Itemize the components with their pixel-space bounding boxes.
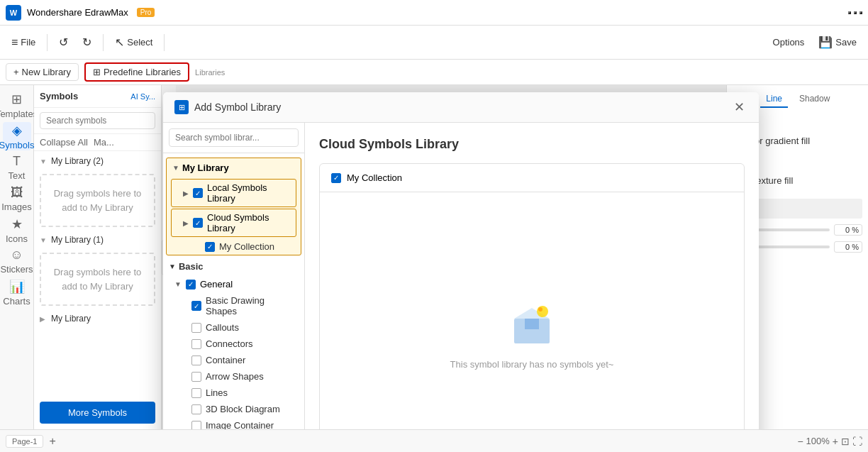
collapse-all-btn[interactable]: Collapse All: [40, 137, 88, 148]
file-menu-btn[interactable]: ≡ File: [6, 33, 41, 52]
search-input[interactable]: [40, 112, 155, 129]
redo-btn[interactable]: ↻: [77, 33, 97, 52]
toolbar-sep-3: [164, 34, 165, 51]
dialog-search-input[interactable]: [169, 128, 299, 147]
chevron-down-icon: ▼: [40, 158, 48, 165]
fit-page-btn[interactable]: ⊡: [841, 436, 850, 447]
tab-shadow[interactable]: Shadow: [794, 91, 835, 108]
zoom-out-btn[interactable]: −: [797, 436, 803, 447]
undo-btn[interactable]: ↺: [53, 33, 74, 52]
sidebar-item-templates[interactable]: ⊞ Templates: [3, 91, 31, 119]
svg-rect-2: [525, 319, 539, 329]
predefine-icon: ⊞: [93, 67, 101, 77]
general-item[interactable]: ▼ ✓ General: [163, 276, 304, 292]
callouts-checkbox[interactable]: [191, 323, 201, 333]
arrow-shapes-checkbox[interactable]: [191, 372, 201, 382]
lines-label: Lines: [206, 387, 228, 398]
sidebar-item-text[interactable]: T Text: [3, 153, 31, 182]
basic-drawing-item[interactable]: ✓ Basic Drawing Shapes: [163, 292, 304, 319]
my-collection-header-checkbox[interactable]: ✓: [331, 173, 341, 183]
my-collection-checkbox[interactable]: ✓: [205, 242, 215, 252]
page-bar: Page-1 + − 100% + ⊡ ⛶: [0, 429, 868, 452]
libraries-bar: + New Library ⊞ Predefine Libraries Libr…: [0, 60, 868, 85]
chevron-down-icon-4: ▼: [169, 263, 176, 270]
window-controls[interactable]: [848, 11, 862, 14]
cloud-content: ✓ My Collection This symbol library has: [319, 163, 745, 429]
dialog-close-btn[interactable]: ✕: [731, 99, 747, 115]
arrow-shapes-item[interactable]: Arrow Shapes: [163, 368, 304, 385]
add-page-btn[interactable]: +: [49, 435, 55, 448]
ai-symbols-btn[interactable]: AI Sy...: [130, 92, 155, 101]
my-library-section[interactable]: ▼ My Library: [167, 158, 301, 177]
symbol-panel: Symbols AI Sy... Collapse All Ma... ▼ My…: [34, 85, 162, 429]
predefine-libraries-btn[interactable]: ⊞ Predefine Libraries: [84, 62, 189, 82]
svg-point-4: [538, 307, 542, 312]
templates-icon: ⊞: [11, 92, 22, 107]
new-library-btn[interactable]: + New Library: [6, 63, 79, 81]
tab-line[interactable]: Line: [760, 91, 788, 108]
image-container-label: Image Container: [206, 420, 274, 429]
save-icon: 💾: [818, 35, 833, 49]
my-library-item[interactable]: ▶ My Library: [34, 312, 161, 326]
page-1-btn[interactable]: Page-1: [6, 435, 43, 448]
my-library-1-label: My Library (1): [51, 235, 104, 245]
sidebar-item-charts[interactable]: 📊 Charts: [3, 278, 31, 307]
connectors-checkbox[interactable]: [191, 339, 201, 349]
local-symbols-item[interactable]: ▶ ✓ Local Symbols Library: [172, 180, 296, 206]
manage-btn[interactable]: Ma...: [94, 137, 114, 148]
empty-hint-label: This symbol library has no symbols yet~: [450, 359, 614, 370]
container-label: Container: [206, 355, 245, 365]
container-item[interactable]: Container: [163, 352, 304, 368]
save-btn[interactable]: 💾 Save: [813, 33, 862, 52]
sidebar-item-symbols[interactable]: ◈ Symbols: [3, 122, 31, 150]
cloud-symbols-checkbox[interactable]: ✓: [193, 218, 203, 228]
lines-item[interactable]: Lines: [163, 385, 304, 401]
cloud-symbols-label: Cloud Symbols Library: [207, 212, 284, 233]
zoom-level: 100%: [806, 436, 830, 446]
toolbar: ≡ File ↺ ↻ ↖ Select Options 💾 Save: [0, 26, 868, 60]
my-library-label: My Library: [51, 314, 91, 324]
my-library-2-item[interactable]: ▼ My Library (2): [34, 154, 161, 168]
window-max-btn[interactable]: [859, 11, 862, 14]
callouts-item[interactable]: Callouts: [163, 319, 304, 336]
my-library-2-label: My Library (2): [51, 156, 104, 166]
lines-checkbox[interactable]: [191, 388, 201, 398]
options-btn[interactable]: Options: [767, 34, 811, 50]
basic-label: Basic: [179, 261, 204, 272]
window-min-btn[interactable]: [854, 11, 857, 14]
general-checkbox[interactable]: ✓: [186, 280, 196, 290]
cloud-header: ✓ My Collection: [320, 164, 744, 192]
container-checkbox[interactable]: [191, 355, 201, 365]
opacity-value-2: 0 %: [834, 241, 862, 253]
sidebar-item-icons[interactable]: ★ Icons: [3, 216, 31, 244]
my-collection-item[interactable]: ✓ My Collection: [167, 238, 301, 255]
basic-drawing-checkbox[interactable]: ✓: [191, 301, 201, 311]
select-btn[interactable]: ↖ Select: [109, 33, 158, 52]
my-library-1-item[interactable]: ▼ My Library (1): [34, 233, 161, 247]
basic-section[interactable]: ▼ Basic: [163, 257, 304, 276]
redo-icon: ↻: [82, 35, 91, 49]
image-container-item[interactable]: Image Container: [163, 417, 304, 429]
connectors-item[interactable]: Connectors: [163, 336, 304, 352]
file-label: File: [21, 37, 35, 48]
sidebar-item-stickers[interactable]: ☺ Stickers: [3, 247, 31, 275]
fullscreen-btn[interactable]: ⛶: [852, 436, 862, 447]
block-diagram-checkbox[interactable]: [191, 404, 201, 414]
charts-label: Charts: [3, 296, 30, 307]
local-symbols-checkbox[interactable]: ✓: [193, 188, 203, 198]
symbol-tree: ▼ My Library (2) Drag symbols here to ad…: [34, 151, 161, 396]
app-logo: W: [6, 5, 21, 21]
symbols-label: Symbols: [0, 140, 34, 150]
cloud-symbols-item[interactable]: ▶ ✓ Cloud Symbols Library: [172, 209, 296, 236]
select-icon: ↖: [115, 35, 124, 49]
sidebar-item-images[interactable]: 🖼 Images: [3, 184, 31, 213]
window-close-btn[interactable]: [848, 11, 851, 14]
symbols-icon: ◈: [12, 123, 22, 138]
connectors-label: Connectors: [206, 338, 252, 349]
zoom-in-btn[interactable]: +: [833, 436, 838, 447]
more-symbols-btn[interactable]: More Symbols: [40, 402, 155, 424]
block-diagram-item[interactable]: 3D Block Diagram: [163, 401, 304, 417]
charts-icon: 📊: [9, 279, 25, 294]
image-container-checkbox[interactable]: [191, 421, 201, 430]
basic-drawing-label: Basic Drawing Shapes: [206, 295, 293, 316]
